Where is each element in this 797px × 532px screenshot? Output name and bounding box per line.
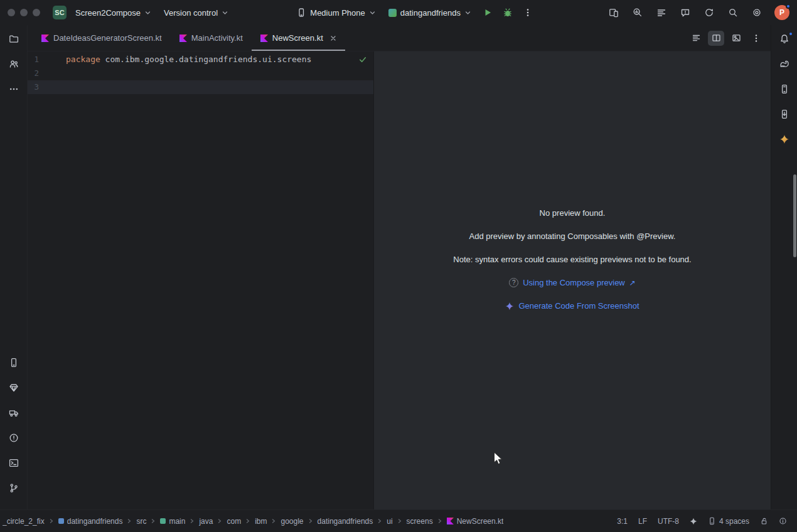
breadcrumb-item[interactable]: java <box>199 517 213 526</box>
breadcrumb-item[interactable]: screens <box>407 517 433 526</box>
project-toolwindow-button[interactable] <box>4 30 24 48</box>
tab-dateideasgeneratorscreen[interactable]: DateIdeasGeneratorScreen.kt <box>33 25 171 51</box>
user-avatar[interactable]: P <box>774 5 789 20</box>
collaboration-toolwindow-button[interactable] <box>4 55 24 73</box>
encoding-widget[interactable]: UTF-8 <box>658 517 679 526</box>
profiler-button[interactable] <box>629 4 646 21</box>
debug-button[interactable] <box>499 4 516 21</box>
info-widget[interactable] <box>779 517 787 525</box>
logcat-icon <box>656 8 666 18</box>
line-separator-widget[interactable]: LF <box>638 517 647 526</box>
breadcrumb-item[interactable]: src <box>136 517 146 526</box>
generate-code-from-screenshot-link[interactable]: Generate Code From Screenshot <box>505 301 639 311</box>
code-text: package com.ibm.google.datingandfriends.… <box>39 53 311 66</box>
source-root-icon <box>160 518 166 524</box>
inspections-status-widget[interactable] <box>358 55 367 64</box>
logcat-button[interactable] <box>653 4 670 21</box>
chevron-down-icon <box>222 9 228 16</box>
terminal-toolwindow-button[interactable] <box>4 454 24 472</box>
device-explorer-button[interactable] <box>774 105 794 123</box>
run-configuration-icon <box>388 9 397 17</box>
preview-note: Note: syntax errors could cause existing… <box>453 255 691 264</box>
run-configuration-selector[interactable]: datingandfriends <box>383 5 476 21</box>
notifications-button[interactable] <box>774 30 794 48</box>
avatar-initial: P <box>779 8 784 17</box>
design-view-button[interactable] <box>728 31 744 46</box>
breadcrumb-item[interactable]: datingandfriends <box>318 517 373 526</box>
tab-close-button[interactable] <box>330 35 336 41</box>
breadcrumb-item[interactable]: NewScreen.kt <box>447 517 504 526</box>
search-everywhere-button[interactable] <box>724 4 742 21</box>
app-insights-button[interactable] <box>677 4 694 21</box>
breadcrumb-label: datingandfriends <box>67 517 123 526</box>
breadcrumb-label: _circle_2_fix <box>3 517 45 526</box>
breadcrumb-label: screens <box>407 517 433 526</box>
gradle-sync-button[interactable] <box>700 4 718 21</box>
breadcrumb-label: java <box>199 517 213 526</box>
breadcrumb-label: ibm <box>255 517 267 526</box>
device-icon <box>708 517 716 525</box>
chevron-right-icon <box>190 518 195 524</box>
editor-options-button[interactable] <box>748 31 764 46</box>
project-name: Screen2Compose <box>75 8 141 18</box>
device-selector[interactable]: Medium Phone <box>291 4 380 21</box>
project-selector[interactable]: Screen2Compose <box>70 5 156 21</box>
check-icon <box>358 55 367 64</box>
info-icon <box>779 517 787 525</box>
readonly-toggle-widget[interactable] <box>760 517 768 525</box>
build-toolwindow-button[interactable] <box>4 404 24 422</box>
indentation-widget[interactable]: 4 spaces <box>708 517 749 526</box>
code-line[interactable]: 1 package com.ibm.google.datingandfriend… <box>28 53 373 66</box>
notification-dot <box>786 4 791 9</box>
ai-status-widget[interactable] <box>690 518 697 525</box>
breadcrumb-item[interactable]: ui <box>387 517 392 526</box>
more-toolwindows-button[interactable] <box>4 80 24 98</box>
window-minimize-button[interactable] <box>20 9 28 16</box>
caret-position-widget[interactable]: 3:1 <box>617 517 628 526</box>
breadcrumb-label: src <box>136 517 146 526</box>
device-mirroring-button[interactable] <box>605 4 623 21</box>
gemini-button[interactable] <box>774 130 794 148</box>
caret-position: 3:1 <box>617 517 628 526</box>
bell-icon <box>779 34 789 44</box>
split-view-button[interactable] <box>708 31 724 46</box>
breadcrumb-item[interactable]: google <box>281 517 303 526</box>
window-zoom-button[interactable] <box>33 9 40 16</box>
indent-size: 4 spaces <box>719 517 749 526</box>
chevron-right-icon <box>217 518 222 524</box>
running-devices-toolwindow-button[interactable] <box>4 354 24 371</box>
unlock-icon <box>760 517 768 525</box>
breadcrumb-label: main <box>169 517 185 526</box>
tab-newscreen[interactable]: NewScreen.kt <box>252 25 345 51</box>
titlebar-actions: P <box>605 4 789 21</box>
breadcrumb-label: NewScreen.kt <box>457 517 504 526</box>
code-view-button[interactable] <box>688 31 704 46</box>
more-run-actions-button[interactable] <box>519 4 537 21</box>
resource-manager-toolwindow-button[interactable] <box>4 379 24 396</box>
module-icon <box>58 518 64 524</box>
settings-button[interactable] <box>748 4 766 21</box>
version-control-selector[interactable]: Version control <box>159 5 233 21</box>
code-editor[interactable]: 1 package com.ibm.google.datingandfriend… <box>28 51 373 509</box>
scrollbar-thumb[interactable] <box>793 174 796 257</box>
version-control-toolwindow-button[interactable] <box>4 479 24 497</box>
right-toolwindow-strip <box>771 25 797 509</box>
breadcrumb-item[interactable]: datingandfriends <box>58 517 123 526</box>
design-view-icon <box>732 33 741 43</box>
code-line-caret[interactable]: 3 <box>28 80 373 94</box>
window-close-button[interactable] <box>8 9 15 16</box>
problems-toolwindow-button[interactable] <box>4 429 24 447</box>
breadcrumb-item[interactable]: ibm <box>255 517 267 526</box>
phone-icon <box>296 8 306 18</box>
device-manager-button[interactable] <box>774 80 794 98</box>
compose-preview-help-link[interactable]: ? Using the Compose preview ↗ <box>509 278 636 287</box>
gradle-toolwindow-button[interactable] <box>774 55 794 73</box>
code-view-icon <box>692 33 701 43</box>
breadcrumb-item[interactable]: com <box>227 517 241 526</box>
breadcrumb-item[interactable]: _circle_2_fix <box>3 517 45 526</box>
tab-mainactivity[interactable]: MainActivity.kt <box>171 25 252 51</box>
run-button[interactable] <box>479 4 496 21</box>
breadcrumb-item[interactable]: main <box>160 517 185 526</box>
tab-label: NewScreen.kt <box>272 33 323 43</box>
code-line[interactable]: 2 <box>28 66 373 80</box>
